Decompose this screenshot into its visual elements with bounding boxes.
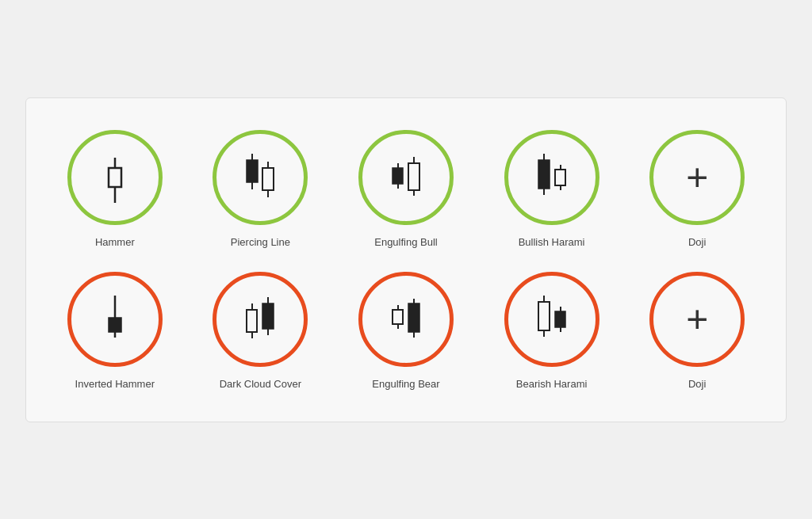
piercing-line-icon <box>228 146 292 209</box>
hammer-icon <box>83 146 147 209</box>
doji-bull-circle: + <box>649 130 745 225</box>
pattern-doji-bull: + Doji <box>634 130 760 248</box>
svg-rect-19 <box>555 170 565 185</box>
inverted-hammer-icon <box>83 288 147 351</box>
dark-cloud-cover-icon <box>228 288 292 351</box>
svg-rect-1 <box>109 168 121 187</box>
svg-rect-13 <box>408 163 419 190</box>
svg-rect-4 <box>247 160 258 182</box>
engulfing-bull-icon <box>374 146 438 209</box>
engulfing-bear-circle <box>358 272 454 367</box>
piercing-line-label: Piercing Line <box>231 236 290 248</box>
svg-rect-22 <box>109 318 121 332</box>
doji-bull-icon: + <box>686 158 708 197</box>
pattern-bullish-harami: Bullish Harami <box>488 130 615 248</box>
pattern-piercing-line: Piercing Line <box>197 130 324 248</box>
inverted-hammer-label: Inverted Hammer <box>75 378 155 390</box>
patterns-card: Hammer Piercing Line <box>25 97 787 422</box>
svg-rect-40 <box>555 311 565 327</box>
pattern-doji-bear: + Doji <box>634 272 760 390</box>
bearish-harami-icon <box>520 288 584 351</box>
svg-rect-16 <box>538 160 550 189</box>
bearish-row: Inverted Hammer Dark Cloud Cover <box>42 272 770 390</box>
pattern-dark-cloud-cover: Dark Cloud Cover <box>197 272 324 390</box>
svg-rect-37 <box>538 302 550 330</box>
bullish-harami-circle <box>504 130 599 225</box>
bearish-harami-circle <box>504 272 599 367</box>
svg-rect-31 <box>393 310 403 324</box>
inverted-hammer-circle <box>67 272 163 367</box>
svg-rect-7 <box>262 168 274 190</box>
pattern-engulfing-bull: Engulfing Bull <box>343 130 469 248</box>
bullish-row: Hammer Piercing Line <box>42 130 770 248</box>
engulfing-bear-icon <box>374 288 438 351</box>
svg-rect-10 <box>393 168 403 184</box>
doji-bear-icon: + <box>686 300 708 338</box>
hammer-circle <box>67 130 163 225</box>
engulfing-bear-label: Engulfing Bear <box>372 378 439 390</box>
pattern-bearish-harami: Bearish Harami <box>488 272 615 390</box>
bullish-harami-label: Bullish Harami <box>519 236 585 248</box>
piercing-circle <box>213 130 308 225</box>
dark-cloud-circle <box>213 272 308 367</box>
svg-rect-25 <box>247 310 257 332</box>
doji-bull-label: Doji <box>688 236 706 248</box>
engulfing-bull-circle <box>358 130 454 225</box>
svg-rect-34 <box>408 303 419 332</box>
dark-cloud-cover-label: Dark Cloud Cover <box>220 378 301 390</box>
hammer-label: Hammer <box>95 236 135 248</box>
bullish-harami-icon <box>520 146 584 209</box>
doji-bear-label: Doji <box>688 378 706 390</box>
pattern-engulfing-bear: Engulfing Bear <box>343 272 469 390</box>
pattern-hammer: Hammer <box>52 130 178 248</box>
bearish-harami-label: Bearish Harami <box>516 378 588 390</box>
engulfing-bull-label: Engulfing Bull <box>374 236 438 248</box>
doji-bear-circle: + <box>649 272 745 367</box>
svg-rect-28 <box>262 303 274 329</box>
pattern-inverted-hammer: Inverted Hammer <box>52 272 178 390</box>
